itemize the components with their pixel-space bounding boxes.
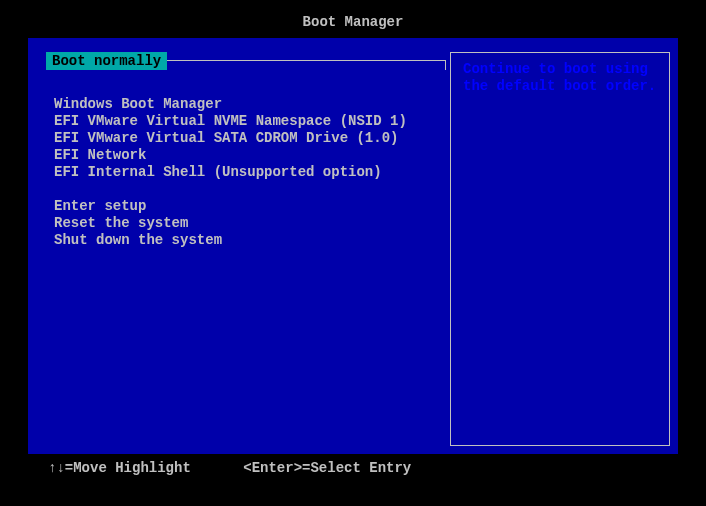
spacer	[54, 181, 438, 198]
boot-option-network[interactable]: EFI Network	[54, 147, 438, 164]
system-option-shutdown[interactable]: Shut down the system	[54, 232, 438, 249]
system-option-setup[interactable]: Enter setup	[54, 198, 438, 215]
hint-move-highlight: ↑↓=Move Highlight	[48, 460, 191, 476]
description-line-1: Continue to boot using	[463, 61, 657, 78]
hint-select-entry: <Enter>=Select Entry	[243, 460, 411, 476]
boot-option-cdrom[interactable]: EFI VMware Virtual SATA CDROM Drive (1.0…	[54, 130, 438, 147]
boot-option-shell[interactable]: EFI Internal Shell (Unsupported option)	[54, 164, 438, 181]
boot-menu-panel: Boot normally Windows Boot Manager EFI V…	[36, 52, 446, 448]
description-panel: Continue to boot using the default boot …	[450, 52, 670, 446]
main-panel: Boot normally Windows Boot Manager EFI V…	[28, 38, 678, 454]
boot-option-nvme[interactable]: EFI VMware Virtual NVME Namespace (NSID …	[54, 113, 438, 130]
boot-options-list: Windows Boot Manager EFI VMware Virtual …	[54, 96, 438, 249]
boot-option-windows[interactable]: Windows Boot Manager	[54, 96, 438, 113]
description-line-2: the default boot order.	[463, 78, 657, 95]
footer-hints: ↑↓=Move Highlight <Enter>=Select Entry	[0, 454, 706, 476]
page-title: Boot Manager	[0, 0, 706, 38]
selected-boot-option[interactable]: Boot normally	[46, 52, 167, 70]
system-option-reset[interactable]: Reset the system	[54, 215, 438, 232]
